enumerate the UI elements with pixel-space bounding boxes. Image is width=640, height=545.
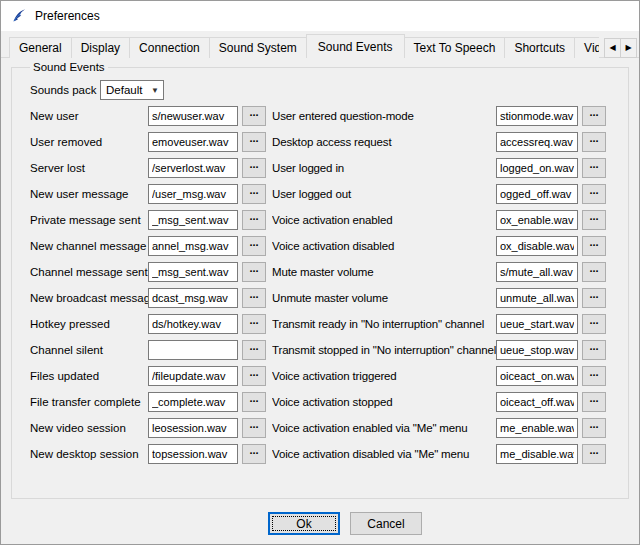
browse-button-user-removed[interactable]: ... bbox=[242, 132, 266, 152]
sound-file-input-voice-activation-stopped[interactable] bbox=[496, 392, 578, 412]
sound-event-label-voice-activation-stopped: Voice activation stopped bbox=[272, 396, 496, 408]
sound-file-input-new-user[interactable] bbox=[148, 106, 238, 126]
sound-event-label-channel-silent: Channel silent bbox=[30, 344, 148, 356]
tab-sound-events[interactable]: Sound Events bbox=[306, 34, 405, 58]
browse-button-voice-activation-triggered[interactable]: ... bbox=[582, 366, 606, 386]
browse-button-new-channel-message[interactable]: ... bbox=[242, 236, 266, 256]
sound-file-input-user-logged-in[interactable] bbox=[496, 158, 578, 178]
tab-scroll-left-icon: ◀ bbox=[609, 44, 615, 52]
group-title: Sound Events bbox=[30, 61, 108, 73]
browse-button-mute-master-volume[interactable]: ... bbox=[582, 262, 606, 282]
browse-button-new-user-message[interactable]: ... bbox=[242, 184, 266, 204]
sound-file-input-voice-activation-enabled[interactable] bbox=[496, 210, 578, 230]
sound-event-row: Voice activation enabled... bbox=[272, 207, 606, 233]
app-icon bbox=[11, 8, 27, 24]
sound-file-input-new-video-session[interactable] bbox=[148, 418, 238, 438]
browse-button-transmit-stopped-in-no-interruption-channel[interactable]: ... bbox=[582, 340, 606, 360]
sound-event-row: Hotkey pressed... bbox=[30, 311, 266, 337]
sound-event-row: Transmit stopped in "No interruption" ch… bbox=[272, 337, 606, 363]
browse-button-files-updated[interactable]: ... bbox=[242, 366, 266, 386]
sound-file-input-user-removed[interactable] bbox=[148, 132, 238, 152]
cancel-button[interactable]: Cancel bbox=[350, 512, 422, 535]
chevron-down-icon: ▼ bbox=[151, 86, 159, 95]
sound-event-label-hotkey-pressed: Hotkey pressed bbox=[30, 318, 148, 330]
browse-button-voice-activation-enabled[interactable]: ... bbox=[582, 210, 606, 230]
browse-button-channel-silent[interactable]: ... bbox=[242, 340, 266, 360]
sounds-pack-label: Sounds pack bbox=[30, 84, 100, 96]
browse-button-voice-activation-disabled-via-me-menu[interactable]: ... bbox=[582, 444, 606, 464]
sound-event-row: New channel message... bbox=[30, 233, 266, 259]
sound-event-row: Channel silent... bbox=[30, 337, 266, 363]
sound-event-label-new-desktop-session: New desktop session bbox=[30, 448, 148, 460]
browse-button-voice-activation-enabled-via-me-menu[interactable]: ... bbox=[582, 418, 606, 438]
sound-file-input-voice-activation-triggered[interactable] bbox=[496, 366, 578, 386]
preferences-window: Preferences GeneralDisplayConnectionSoun… bbox=[0, 0, 640, 545]
sound-file-input-transmit-ready-in-no-interruption-channel[interactable] bbox=[496, 314, 578, 334]
browse-button-user-entered-question-mode[interactable]: ... bbox=[582, 106, 606, 126]
sound-file-input-new-broadcast-message[interactable] bbox=[148, 288, 238, 308]
sound-file-input-server-lost[interactable] bbox=[148, 158, 238, 178]
sound-file-input-voice-activation-disabled[interactable] bbox=[496, 236, 578, 256]
sound-event-label-voice-activation-triggered: Voice activation triggered bbox=[272, 370, 496, 382]
browse-button-server-lost[interactable]: ... bbox=[242, 158, 266, 178]
tab-sound-system[interactable]: Sound System bbox=[209, 37, 307, 58]
sound-file-input-desktop-access-request[interactable] bbox=[496, 132, 578, 152]
ok-button[interactable]: Ok bbox=[268, 512, 340, 535]
sound-event-label-user-removed: User removed bbox=[30, 136, 148, 148]
tab-label: Display bbox=[81, 41, 120, 55]
sound-file-input-voice-activation-disabled-via-me-menu[interactable] bbox=[496, 444, 578, 464]
sound-file-input-new-channel-message[interactable] bbox=[148, 236, 238, 256]
sound-file-input-mute-master-volume[interactable] bbox=[496, 262, 578, 282]
tab-scroll-left-button[interactable]: ◀ bbox=[604, 38, 621, 58]
sound-file-input-channel-message-sent[interactable] bbox=[148, 262, 238, 282]
sound-file-input-files-updated[interactable] bbox=[148, 366, 238, 386]
browse-button-voice-activation-stopped[interactable]: ... bbox=[582, 392, 606, 412]
tab-shortcuts[interactable]: Shortcuts bbox=[504, 37, 575, 58]
browse-button-private-message-sent[interactable]: ... bbox=[242, 210, 266, 230]
sound-file-input-new-user-message[interactable] bbox=[148, 184, 238, 204]
sound-event-row: New user message... bbox=[30, 181, 266, 207]
sound-file-input-transmit-stopped-in-no-interruption-channel[interactable] bbox=[496, 340, 578, 360]
tab-scroll-right-icon: ▶ bbox=[625, 44, 631, 52]
sound-event-row: New broadcast message... bbox=[30, 285, 266, 311]
tab-display[interactable]: Display bbox=[71, 37, 130, 58]
browse-button-new-user[interactable]: ... bbox=[242, 106, 266, 126]
sound-event-label-user-logged-in: User logged in bbox=[272, 162, 496, 174]
browse-button-file-transfer-complete[interactable]: ... bbox=[242, 392, 266, 412]
tab-general[interactable]: General bbox=[9, 37, 72, 58]
sound-file-input-unmute-master-volume[interactable] bbox=[496, 288, 578, 308]
browse-button-unmute-master-volume[interactable]: ... bbox=[582, 288, 606, 308]
tab-scroll-right-button[interactable]: ▶ bbox=[620, 38, 637, 58]
browse-button-user-logged-out[interactable]: ... bbox=[582, 184, 606, 204]
browse-button-new-video-session[interactable]: ... bbox=[242, 418, 266, 438]
browse-button-channel-message-sent[interactable]: ... bbox=[242, 262, 266, 282]
browse-button-transmit-ready-in-no-interruption-channel[interactable]: ... bbox=[582, 314, 606, 334]
sound-file-input-new-desktop-session[interactable] bbox=[148, 444, 238, 464]
tab-video[interactable]: Video bbox=[574, 37, 599, 58]
sounds-pack-select[interactable]: Default ▼ bbox=[100, 80, 164, 100]
tab-text-to-speech[interactable]: Text To Speech bbox=[404, 37, 506, 58]
tab-label: Sound Events bbox=[318, 40, 393, 54]
sound-file-input-user-logged-out[interactable] bbox=[496, 184, 578, 204]
sound-event-label-new-video-session: New video session bbox=[30, 422, 148, 434]
sound-event-label-new-broadcast-message: New broadcast message bbox=[30, 292, 148, 304]
sound-event-label-mute-master-volume: Mute master volume bbox=[272, 266, 496, 278]
sound-file-input-file-transfer-complete[interactable] bbox=[148, 392, 238, 412]
browse-button-desktop-access-request[interactable]: ... bbox=[582, 132, 606, 152]
tab-page-sound-events: Sound Events Sounds pack Default ▼ New u… bbox=[1, 57, 639, 544]
sound-event-row: Voice activation disabled via "Me" menu.… bbox=[272, 441, 606, 467]
sound-file-input-user-entered-question-mode[interactable] bbox=[496, 106, 578, 126]
tab-connection[interactable]: Connection bbox=[129, 37, 210, 58]
browse-button-new-broadcast-message[interactable]: ... bbox=[242, 288, 266, 308]
sound-file-input-voice-activation-enabled-via-me-menu[interactable] bbox=[496, 418, 578, 438]
sound-file-input-hotkey-pressed[interactable] bbox=[148, 314, 238, 334]
browse-button-hotkey-pressed[interactable]: ... bbox=[242, 314, 266, 334]
browse-button-voice-activation-disabled[interactable]: ... bbox=[582, 236, 606, 256]
browse-button-new-desktop-session[interactable]: ... bbox=[242, 444, 266, 464]
sound-event-row: New user... bbox=[30, 103, 266, 129]
browse-button-user-logged-in[interactable]: ... bbox=[582, 158, 606, 178]
sound-file-input-private-message-sent[interactable] bbox=[148, 210, 238, 230]
sound-file-input-channel-silent[interactable] bbox=[148, 340, 238, 360]
sound-event-row: User entered question-mode... bbox=[272, 103, 606, 129]
sound-event-label-unmute-master-volume: Unmute master volume bbox=[272, 292, 496, 304]
